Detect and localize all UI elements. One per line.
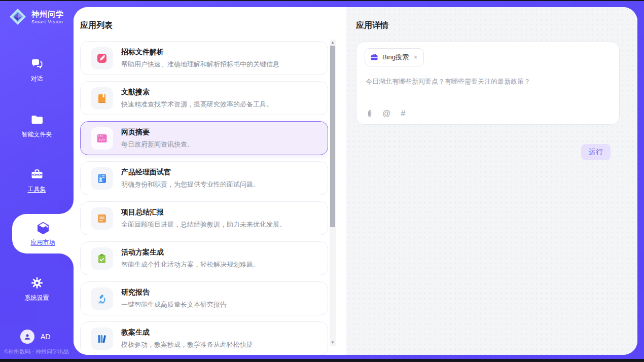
app-card-title: 研究报告 (121, 288, 227, 297)
sidebar-item-chat[interactable]: 对话 (0, 57, 74, 83)
sidebar-item-label: 应用市场 (31, 238, 55, 247)
app-card-research-report[interactable]: 研究报告 一键智能生成高质量长文本研究报告 (80, 281, 328, 315)
app-list-title: 应用列表 (80, 20, 113, 31)
user-name: AD (41, 333, 50, 341)
run-button[interactable]: 运行 (581, 144, 611, 160)
sidebar-item-toolset[interactable]: 工具集 (0, 167, 74, 194)
app-card-literature-search[interactable]: 文献搜索 快速精准查找学术资源，提高研究效率的必备工具。 (80, 81, 328, 115)
app-card-title: 教案生成 (121, 328, 253, 337)
scrollbar-thumb[interactable] (330, 46, 335, 227)
bottom-border (0, 359, 644, 362)
app-card-title: 项目总结汇报 (121, 208, 286, 217)
close-icon[interactable]: × (413, 54, 418, 61)
app-card-project-summary[interactable]: 项目总结汇报 全面回顾项目进展，总结经验教训，助力未来优化发展。 (80, 201, 328, 235)
bing-search-tag[interactable]: Bing搜索 × (365, 48, 424, 66)
sidebar-item-app-market-active[interactable]: 应用市场 (12, 214, 74, 254)
folder-icon (30, 113, 44, 127)
sidebar-item-smart-folder[interactable]: 智能文件夹 (0, 113, 74, 139)
app-card-tender-doc[interactable]: 招标文件解析 帮助用户快速、准确地理解和解析招标书中的关键信息 (80, 41, 328, 75)
app-list-pane: 应用列表 招标文件解析 帮助用户快速、准确地理解和解析招标书中的关键信息 (74, 7, 346, 355)
briefcase-icon (370, 53, 378, 61)
scroll-up-arrow-icon[interactable]: ▲ (330, 40, 336, 46)
app-card-desc: 快速精准查找学术资源，提高研究效率的必备工具。 (121, 100, 273, 109)
app-card-desc: 明确身份和职责，为您提供专业性的面试问题。 (121, 180, 260, 189)
plan-clipboard-icon (91, 247, 113, 270)
app-card-pm-interviewer[interactable]: 产品经理面试官 明确身份和职责，为您提供专业性的面试问题。 (80, 161, 328, 195)
cube-icon (35, 221, 51, 236)
app-card-title: 网页摘要 (121, 128, 194, 137)
query-input-card[interactable]: Bing搜索 × 今日湖北有哪些新闻要点？有哪些需要关注的最新政策？ @ # (356, 42, 620, 125)
brand-logo: 神州问学 Smart Vision (8, 7, 64, 26)
gem-logo-icon (8, 7, 27, 26)
app-card-desc: 帮助用户快速、准确地理解和解析招标书中的关键信息 (121, 60, 279, 69)
app-card-desc: 每日政府新闻资讯快查。 (121, 140, 194, 149)
tender-doc-icon (91, 47, 113, 69)
app-detail-pane: 应用详情 Bing搜索 × 今日湖北有哪些新闻要点？有哪些需要关注的最新政策？ (346, 7, 637, 355)
svg-text:</>: </> (99, 137, 105, 141)
app-card-desc: 智能生成个性化活动方案，轻松解决规划难题。 (121, 260, 260, 269)
scroll-down-arrow-icon[interactable]: ▼ (330, 340, 336, 346)
sidebar: 神州问学 Smart Vision 对话 智能文件夹 (0, 1, 74, 359)
chat-icon (30, 57, 44, 71)
query-text[interactable]: 今日湖北有哪些新闻要点？有哪些需要关注的最新政策？ (366, 77, 610, 87)
books-icon (91, 328, 113, 350)
sidebar-item-label: 对话 (31, 75, 43, 83)
avatar (20, 330, 34, 344)
app-card-title: 产品经理面试官 (121, 168, 260, 177)
input-toolbar: @ # (365, 109, 408, 118)
book-icon (91, 87, 113, 110)
app-window: 神州问学 Smart Vision 对话 智能文件夹 (0, 0, 644, 362)
tag-label: Bing搜索 (382, 53, 409, 62)
list-scrollbar[interactable]: ▲ ▼ (330, 40, 336, 346)
app-card-desc: 一键智能生成高质量长文本研究报告 (121, 300, 227, 309)
sidebar-item-label: 工具集 (28, 185, 46, 194)
app-card-activity-plan[interactable]: 活动方案生成 智能生成个性化活动方案，轻松解决规划难题。 (80, 241, 328, 275)
webpage-icon: </> (91, 127, 113, 150)
app-card-web-summary-selected[interactable]: </> 网页摘要 每日政府新闻资讯快查。 (80, 121, 328, 155)
sidebar-item-label: 智能文件夹 (22, 130, 52, 139)
app-card-list: 招标文件解析 帮助用户快速、准确地理解和解析招标书中的关键信息 文献搜索 快速精… (80, 41, 328, 355)
sidebar-item-settings[interactable]: 系统设置 (0, 276, 74, 302)
gear-icon (30, 276, 44, 290)
app-card-title: 招标文件解析 (121, 48, 279, 57)
person-icon (23, 332, 32, 341)
app-card-title: 活动方案生成 (121, 248, 260, 257)
top-border (0, 0, 644, 1)
microscope-icon (91, 287, 113, 310)
user-profile[interactable]: AD (20, 330, 50, 344)
active-tab-curve-bottom (59, 254, 74, 268)
app-card-desc: 全面回顾项目进展，总结经验教训，助力未来优化发展。 (121, 220, 286, 229)
app-card-desc: 模板驱动，教案秒成，教学准备从此轻松快捷 (121, 340, 253, 349)
content-panel: 应用列表 招标文件解析 帮助用户快速、准确地理解和解析招标书中的关键信息 (74, 7, 637, 355)
at-icon[interactable]: @ (382, 109, 391, 118)
app-card-title: 文献搜索 (121, 88, 273, 97)
paperclip-icon[interactable] (365, 109, 374, 118)
project-note-icon (91, 207, 113, 230)
app-detail-title: 应用详情 (356, 20, 388, 31)
brand-subtitle: Smart Vision (31, 19, 64, 24)
toolbox-icon (30, 167, 44, 182)
copyright-footer: ©神州数码 · 神州问学出品 (4, 348, 69, 355)
app-card-lesson-plan[interactable]: 教案生成 模板驱动，教案秒成，教学准备从此轻松快捷 (80, 321, 328, 355)
sidebar-item-label: 系统设置 (25, 294, 49, 302)
hash-icon[interactable]: # (399, 109, 408, 118)
interviewer-icon (91, 167, 113, 190)
active-tab-curve-top (59, 200, 74, 214)
brand-name: 神州问学 (31, 10, 64, 19)
